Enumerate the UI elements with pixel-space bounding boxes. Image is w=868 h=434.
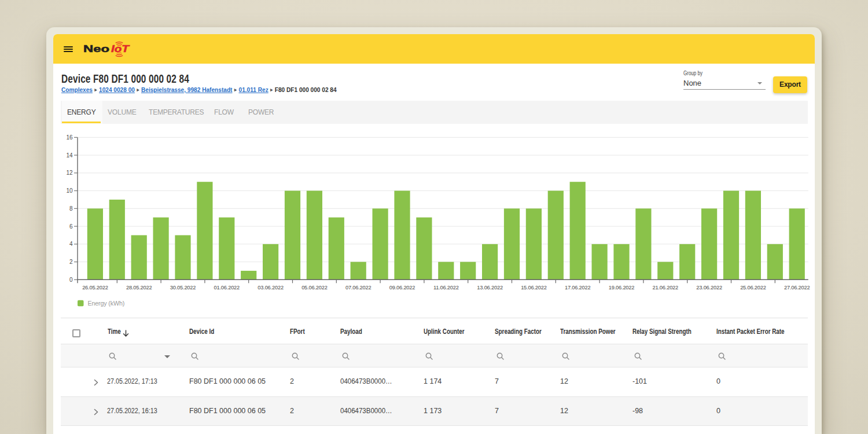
svg-text:03.06.2022: 03.06.2022 — [258, 285, 284, 290]
svg-text:8: 8 — [69, 205, 73, 212]
svg-text:28.05.2022: 28.05.2022 — [126, 285, 152, 290]
svg-text:Energy (kWh): Energy (kWh) — [88, 300, 125, 307]
svg-text:Neo: Neo — [83, 43, 109, 54]
svg-text:01.06.2022: 01.06.2022 — [214, 285, 240, 290]
svg-text:27.06.2022: 27.06.2022 — [784, 285, 810, 290]
svg-text:12: 12 — [66, 170, 73, 176]
svg-text:4: 4 — [69, 241, 73, 247]
svg-text:10: 10 — [66, 187, 73, 194]
svg-text:19.06.2022: 19.06.2022 — [609, 285, 635, 290]
svg-text:17.06.2022: 17.06.2022 — [565, 285, 591, 290]
svg-text:11.06.2022: 11.06.2022 — [433, 285, 459, 290]
svg-text:15.06.2022: 15.06.2022 — [521, 285, 547, 290]
svg-text:23.06.2022: 23.06.2022 — [696, 285, 722, 290]
svg-text:30.05.2022: 30.05.2022 — [170, 285, 196, 290]
svg-text:05.06.2022: 05.06.2022 — [301, 285, 328, 290]
svg-text:21.06.2022: 21.06.2022 — [653, 285, 679, 290]
svg-text:13.06.2022: 13.06.2022 — [477, 285, 503, 290]
svg-text:26.05.2022: 26.05.2022 — [82, 285, 108, 290]
svg-text:6: 6 — [69, 223, 73, 230]
svg-text:16: 16 — [66, 134, 73, 141]
svg-text:0: 0 — [69, 277, 73, 283]
svg-text:25.06.2022: 25.06.2022 — [740, 285, 766, 290]
svg-text:14: 14 — [66, 152, 73, 159]
svg-text:07.06.2022: 07.06.2022 — [345, 285, 372, 290]
svg-text:09.06.2022: 09.06.2022 — [389, 285, 415, 290]
svg-text:2: 2 — [69, 259, 73, 265]
